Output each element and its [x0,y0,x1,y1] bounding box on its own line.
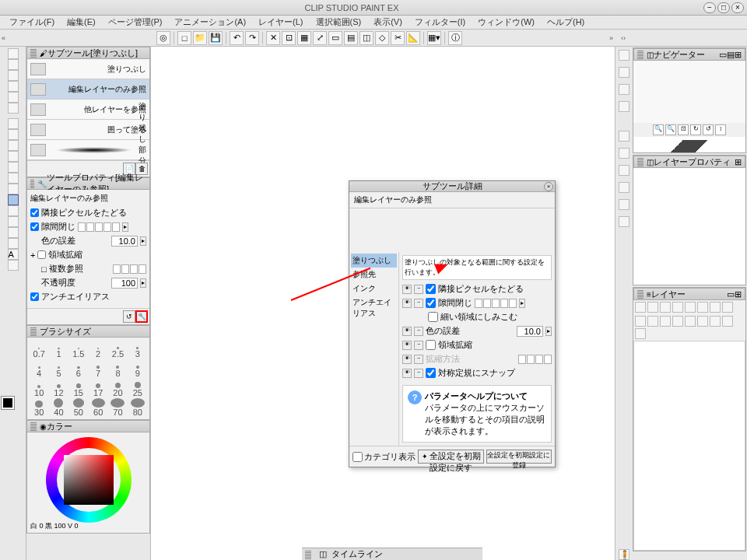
quick-access-icon[interactable] [619,182,630,193]
timeline-tab[interactable]: タイムライン [331,548,383,560]
quick-access-icon[interactable] [619,50,630,61]
tool-figure[interactable] [8,216,19,227]
tool-gradient[interactable] [8,205,19,216]
brush-size-cell[interactable]: 20 [108,379,127,397]
help-button[interactable]: ⓘ [448,31,462,45]
quick-access-icon[interactable] [619,148,630,159]
menu-help[interactable]: ヘルプ(H) [541,15,591,30]
crop-button[interactable]: ✂ [391,31,405,45]
quick-access-icon[interactable] [619,131,630,142]
category-checkbox[interactable] [352,452,363,462]
tool-eraser[interactable] [8,173,19,184]
quick-access-icon[interactable] [619,67,630,78]
quick-access-icon[interactable] [619,84,630,95]
tool-fill[interactable] [8,194,19,205]
tool-layermover[interactable] [8,81,19,92]
reset-button[interactable]: ↺ [123,310,135,323]
fill-button[interactable]: ▦ [297,31,311,45]
outside-button[interactable]: ⊡ [282,31,296,45]
brush-size-header[interactable]: ブラシサイズ [26,325,150,338]
mannequin-icon[interactable]: 🧍 [619,549,630,560]
dialog-tab[interactable]: 塗りつぶし [351,254,397,268]
brush-size-cell[interactable]: 70 [108,398,127,417]
subtool-item[interactable]: 塗り残し部分に塗る [27,140,149,160]
closegap-checkbox[interactable] [30,222,39,231]
subtool-item[interactable]: 編集レイヤーのみ参照 [27,79,149,100]
menu-edit[interactable]: 編集(E) [61,15,102,30]
brush-size-cell[interactable]: 5 [49,359,68,378]
open-button[interactable]: 📁 [193,31,207,45]
dialog-tab[interactable]: 参照先 [351,268,397,282]
adjacent-checkbox[interactable] [30,208,39,217]
tone-button[interactable]: ▤ [344,31,358,45]
tool-wand[interactable] [8,103,19,114]
wrench-icon[interactable]: 🔧 [135,310,148,323]
tool-blend[interactable] [8,184,19,194]
tool-frame[interactable] [8,227,19,238]
border-button[interactable]: ▭ [328,31,342,45]
quick-access-icon[interactable] [619,216,630,227]
dialog-close-button[interactable]: × [544,182,553,191]
dialog-tab[interactable]: アンチエイリアス [351,296,397,320]
brush-size-cell[interactable]: 7 [89,359,107,378]
brush-size-cell[interactable]: 80 [128,398,147,417]
quick-access-icon[interactable] [619,199,630,210]
brush-size-cell[interactable]: 15 [69,379,88,397]
quick-access-icon[interactable] [619,101,630,112]
brush-size-cell[interactable]: 10 [30,379,48,397]
color-wheel[interactable] [46,437,132,523]
close-button[interactable]: × [731,2,744,13]
minimize-button[interactable]: − [703,2,716,13]
colordiff-input[interactable]: 10.0 [111,236,138,247]
scale-button[interactable]: ⤢ [313,31,327,45]
color-panel-header[interactable]: ◉ カラー [26,420,150,432]
menu-window[interactable]: ウィンドウ(W) [472,15,541,30]
tool-zoom[interactable] [8,48,19,59]
clip-studio-button[interactable]: ◎ [156,31,170,45]
reset-all-button[interactable]: ✦全設定を初期設定に戻す [418,450,484,464]
navigator-preview[interactable] [633,61,745,123]
register-all-button[interactable]: 全設定を初期設定に登録 [486,450,552,464]
sv-picker[interactable] [64,455,114,505]
tool-move[interactable] [8,59,19,70]
menu-file[interactable]: ファイル(F) [3,15,61,30]
menu-layer[interactable]: レイヤー(L) [252,15,309,30]
tool-ruler[interactable] [8,238,19,249]
tool-decoration[interactable] [8,162,19,173]
subtool-item[interactable]: 他レイヤーを参照 [27,100,149,120]
brush-size-cell[interactable]: 2.5 [108,340,127,359]
redo-button[interactable]: ↷ [245,31,259,45]
brush-size-cell[interactable]: 8 [108,359,127,378]
undo-button[interactable]: ↶ [230,31,244,45]
brush-size-cell[interactable]: 9 [128,359,147,378]
canvas-area[interactable]: サブツール詳細× 編集レイヤーのみ参照 塗りつぶし 参照先 インク アンチエイリ… [151,47,615,560]
subtool-panel-header[interactable]: 🖌 サブツール[塗りつぶし] [26,47,150,59]
transform-button[interactable]: ◇ [375,31,389,45]
brush-size-cell[interactable]: 40 [49,398,68,417]
layer-list[interactable] [633,341,745,551]
tool-airbrush[interactable] [8,151,19,162]
tool-text[interactable]: A [8,249,19,260]
dialog-tab[interactable]: インク [351,282,397,296]
new-button[interactable]: □ [177,31,191,45]
menu-animation[interactable]: アニメーション(A) [168,15,252,30]
delete-button[interactable]: ✕ [266,31,280,45]
quick-access-icon[interactable] [619,165,630,176]
collapse-left-icon[interactable]: « [2,34,5,42]
brush-size-cell[interactable]: 4 [30,359,48,378]
tool-pencil[interactable] [8,129,19,140]
brush-size-cell[interactable]: 25 [128,379,147,397]
save-button[interactable]: 💾 [209,31,223,45]
ruler-button[interactable]: 📐 [406,31,420,45]
tool-pen[interactable] [8,118,19,129]
brush-size-cell[interactable]: 30 [30,398,48,417]
snap-button[interactable]: ▦▾ [427,31,441,45]
brush-size-cell[interactable]: 6 [69,359,88,378]
brush-size-cell[interactable]: 17 [89,379,107,397]
brush-size-cell[interactable]: 2 [89,340,107,359]
brush-size-cell[interactable]: 1.5 [69,340,88,359]
tool-brush[interactable] [8,140,19,151]
brush-size-cell[interactable]: 1 [49,340,68,359]
brush-size-cell[interactable]: 50 [69,398,88,417]
tool-operation[interactable] [8,70,19,81]
